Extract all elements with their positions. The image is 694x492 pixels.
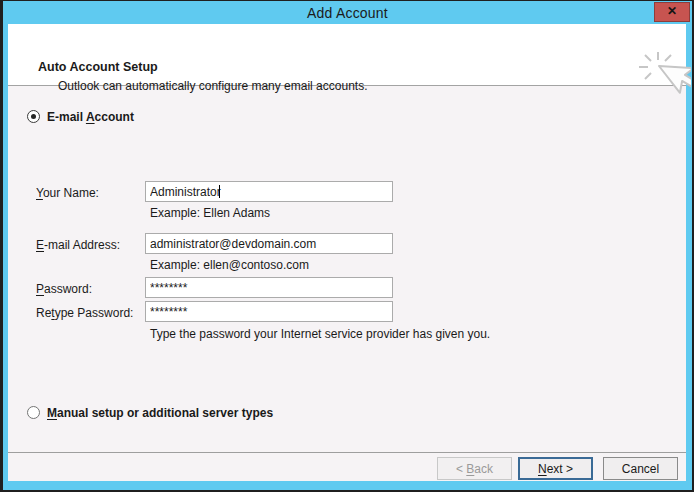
password-hint: Type the password your Internet service … xyxy=(150,327,490,341)
titlebar[interactable]: Add Account xyxy=(3,1,692,24)
your-name-example: Example: Ellen Adams xyxy=(150,206,270,220)
close-button[interactable]: ✕ xyxy=(654,2,690,22)
email-account-label-rest: ccount xyxy=(95,110,134,124)
footer-divider xyxy=(8,452,686,453)
text-caret xyxy=(219,185,220,198)
close-icon: ✕ xyxy=(667,4,677,18)
your-name-label-rest: our Name: xyxy=(43,186,99,200)
email-address-input[interactable] xyxy=(145,233,393,254)
your-name-label-accel: Y xyxy=(36,186,43,200)
retype-password-input[interactable] xyxy=(145,301,393,322)
retype-password-label-rest: ype Password: xyxy=(55,306,134,320)
manual-setup-label-accel: M xyxy=(47,406,57,420)
add-account-dialog: Add Account ✕ Auto Account Setup Outlook… xyxy=(0,0,694,492)
next-button[interactable]: Next > xyxy=(518,457,593,480)
email-address-label: E-mail Address: xyxy=(36,238,120,252)
next-button-label-accel: N xyxy=(538,462,547,476)
manual-setup-radio-label: Manual setup or additional server types xyxy=(47,406,273,420)
password-input[interactable] xyxy=(145,277,393,298)
email-account-label-pre: E-mail xyxy=(47,110,86,124)
email-address-example: Example: ellen@contoso.com xyxy=(150,258,309,272)
your-name-label: Your Name: xyxy=(36,186,99,200)
password-label-accel: P xyxy=(36,282,44,296)
email-address-label-accel: E xyxy=(36,238,44,252)
back-button[interactable]: < Back xyxy=(437,457,512,480)
dialog-title: Add Account xyxy=(307,5,388,21)
cancel-button[interactable]: Cancel xyxy=(603,457,678,480)
header-title: Auto Account Setup xyxy=(38,60,158,74)
your-name-input[interactable] xyxy=(145,181,393,202)
retype-password-label: Retype Password: xyxy=(36,306,133,320)
back-button-label-rest: ack xyxy=(474,462,493,476)
back-button-label-pre: < xyxy=(456,462,466,476)
manual-setup-label-rest: anual setup or additional server types xyxy=(57,406,273,420)
email-account-radio-label: E-mail Account xyxy=(47,110,134,124)
password-label-rest: assword: xyxy=(44,282,92,296)
manual-setup-radio[interactable] xyxy=(27,406,40,419)
next-button-label-rest: ext > xyxy=(547,462,573,476)
email-address-label-rest: -mail Address: xyxy=(44,238,120,252)
email-account-radio[interactable] xyxy=(27,110,40,123)
header-band: Auto Account Setup Outlook can automatic… xyxy=(8,24,686,86)
cancel-button-label-rest: Cancel xyxy=(622,462,659,476)
click-cursor-icon xyxy=(637,51,691,109)
retype-password-label-pre: Re xyxy=(36,306,51,320)
header-subtitle: Outlook can automatically configure many… xyxy=(58,79,368,93)
email-account-label-accel: A xyxy=(86,110,95,124)
password-label: Password: xyxy=(36,282,92,296)
